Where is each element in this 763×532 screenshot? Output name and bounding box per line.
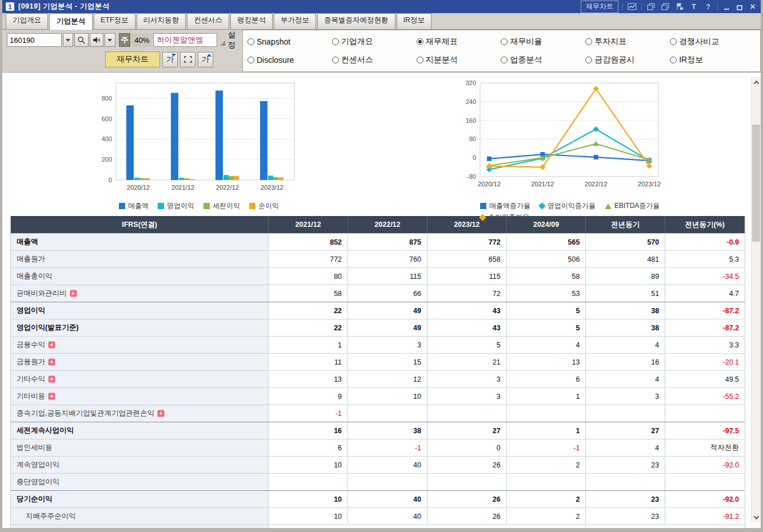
- stock-code-input[interactable]: [7, 33, 62, 47]
- table-cell: 26: [428, 457, 507, 473]
- voice-dropdown-button[interactable]: [105, 33, 115, 47]
- table-cell: 3: [586, 388, 665, 405]
- svg-text:400: 400: [102, 135, 112, 142]
- svg-text:80: 80: [469, 135, 476, 142]
- font-increase-button[interactable]: 가: [198, 52, 213, 67]
- column-header: 2024/09: [507, 216, 586, 233]
- table-header-row: IFRS(연결)2021/122022/122023/122024/09전년동기…: [11, 216, 745, 233]
- svg-text:2022/12: 2022/12: [216, 184, 239, 191]
- scroll-up-button[interactable]: [752, 77, 761, 87]
- table-cell: 10: [269, 457, 348, 473]
- tab-additional-info[interactable]: 부가정보: [274, 13, 316, 29]
- code-dropdown-button[interactable]: [63, 33, 73, 47]
- scrollbar-thumb[interactable]: [752, 125, 760, 242]
- expand-plus-icon[interactable]: +: [48, 393, 55, 400]
- fit-screen-button[interactable]: [180, 52, 195, 67]
- radio-ir-info[interactable]: IR정보: [670, 55, 754, 65]
- period-week-button[interactable]: 주: [119, 33, 131, 47]
- svg-text:0: 0: [109, 177, 112, 183]
- svg-text:320: 320: [466, 79, 476, 86]
- radio-label: 업종분석: [510, 55, 542, 65]
- radio-fss-disclosure[interactable]: 금감원공시: [585, 55, 670, 65]
- table-cell: -1: [348, 439, 428, 456]
- table-cell: 26: [428, 491, 507, 507]
- radio-industry-analysis[interactable]: 업종분석: [501, 55, 585, 65]
- table-cell: 1: [507, 422, 586, 439]
- radio-circle-icon: [247, 57, 254, 63]
- expand-plus-icon[interactable]: +: [48, 358, 55, 366]
- legend-label: EBITDA증가율: [614, 201, 660, 211]
- stock-name-field[interactable]: 하이젠알앤엠: [153, 33, 217, 47]
- window-id-badge: 1: [6, 2, 14, 11]
- table-cell: 23: [586, 457, 665, 473]
- row-label: 매출원가: [11, 251, 269, 267]
- table-cell: -92.0: [665, 457, 745, 473]
- table-cell: 1: [269, 337, 348, 353]
- search-button[interactable]: [74, 33, 89, 47]
- expand-plus-icon[interactable]: +: [48, 341, 55, 349]
- tab-etf-info[interactable]: ETF정보: [94, 13, 135, 29]
- settings-label[interactable]: 설정: [227, 30, 242, 50]
- bar-chart-legend: 매출액영업이익세전이익순이익: [96, 201, 302, 211]
- close-button[interactable]: ×: [748, 3, 757, 11]
- row-label-text: 종속기업,공동지배기업및관계기업관련손익: [17, 409, 154, 418]
- expand-plus-icon[interactable]: +: [48, 375, 55, 383]
- tab-research-trend[interactable]: 리서치동향: [137, 13, 186, 29]
- financial-statement-table: IFRS(연결)2021/122022/122023/122024/09전년동기…: [10, 216, 745, 528]
- tab-company-analysis[interactable]: 기업분석: [49, 13, 93, 30]
- column-header: 전년동기: [586, 216, 665, 233]
- row-label-text: 세전계속사업이익: [17, 426, 74, 435]
- table-cell: 875: [348, 234, 428, 250]
- vertical-scrollbar[interactable]: [751, 77, 761, 522]
- radio-financial-ratio[interactable]: 재무비율: [501, 37, 585, 47]
- expand-plus-icon[interactable]: +: [70, 290, 77, 297]
- font-settings-icon[interactable]: T: [689, 2, 699, 11]
- row-label: 기타비용+: [11, 388, 269, 405]
- maximize-button[interactable]: [735, 3, 744, 11]
- table-row: 세전계속사업이익163827127-97.5: [11, 422, 745, 439]
- radio-disclosure[interactable]: Disclosure: [247, 55, 332, 65]
- table-cell: -87.2: [665, 302, 745, 319]
- radio-ownership-analysis[interactable]: 지분분석: [417, 55, 501, 65]
- voice-button[interactable]: [90, 33, 104, 47]
- table-row: 금융수익+135443.3: [11, 336, 745, 353]
- table-cell: 16: [586, 354, 665, 370]
- tab-consensus[interactable]: 컨센서스: [187, 13, 229, 29]
- tab-ranking-analysis[interactable]: 랭킹분석: [230, 13, 273, 29]
- radio-peer-comparison[interactable]: 경쟁사비교: [670, 37, 754, 47]
- scroll-down-button[interactable]: [752, 512, 761, 522]
- pin-lock-icon[interactable]: [674, 2, 685, 11]
- tab-rights-issue-schedule[interactable]: 종목별증자예정현황: [317, 13, 396, 29]
- legend-swatch-icon: [203, 203, 210, 209]
- radio-company-overview[interactable]: 기업개요: [332, 37, 417, 47]
- legend-item: 매출액: [119, 201, 149, 211]
- titlebar-financial-chart-button[interactable]: 재무차트: [581, 1, 618, 13]
- expand-plus-icon[interactable]: +: [157, 410, 165, 417]
- cascade-windows-icon[interactable]: [660, 2, 670, 11]
- table-cell: 658: [428, 251, 507, 267]
- restore-window-icon[interactable]: [646, 2, 656, 11]
- table-cell: 2: [507, 491, 586, 507]
- scrollbar-track[interactable]: [752, 87, 761, 512]
- resize-grip-icon: [220, 41, 225, 46]
- tab-company-overview[interactable]: 기업개요: [6, 13, 48, 29]
- svg-text:2021/12: 2021/12: [171, 184, 194, 191]
- radio-financial-statements[interactable]: 재무제표: [417, 37, 501, 47]
- radio-circle-icon: [417, 38, 424, 45]
- table-cell: 58: [269, 285, 348, 302]
- financial-chart-button[interactable]: 재무차트: [105, 51, 160, 67]
- chevron-up-icon: [753, 80, 759, 86]
- radio-consensus[interactable]: 컨센서스: [332, 55, 417, 65]
- table-cell: 40: [348, 457, 428, 473]
- radio-snapshot[interactable]: Snapshot: [247, 37, 332, 47]
- tab-ir-info[interactable]: IR정보: [397, 13, 432, 29]
- help-icon[interactable]: ?: [703, 2, 713, 11]
- growth-line-chart: -800801602403202020/122021/122022/122023…: [379, 78, 740, 214]
- radio-circle-icon: [332, 38, 339, 45]
- table-cell: 4: [507, 337, 586, 353]
- svg-text:240: 240: [466, 98, 476, 105]
- minimize-button[interactable]: [722, 3, 731, 11]
- font-decrease-button[interactable]: 가: [162, 52, 178, 67]
- radio-investment-indicators[interactable]: 투자지표: [585, 37, 670, 47]
- chart-icon[interactable]: [627, 2, 637, 11]
